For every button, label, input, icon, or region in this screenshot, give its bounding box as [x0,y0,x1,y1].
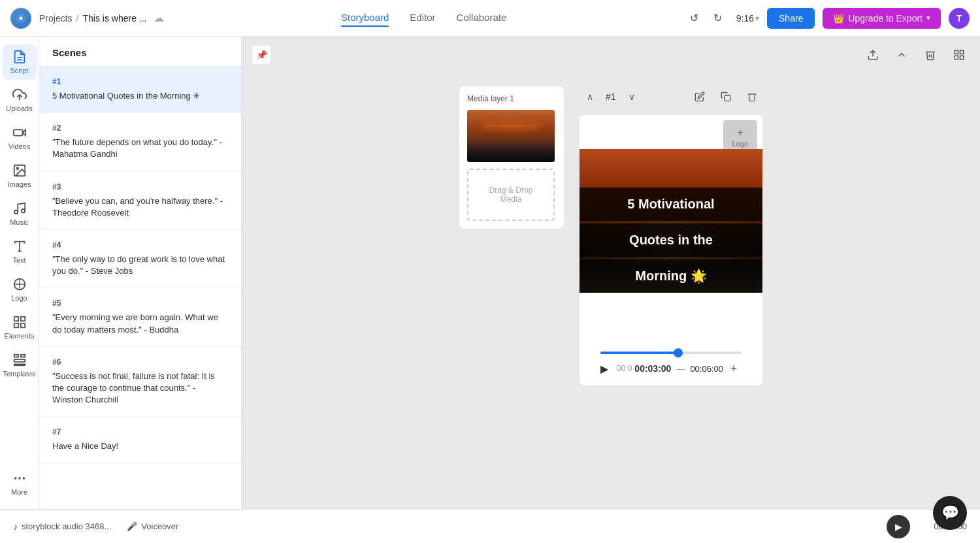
scene-item-6[interactable]: #6 "Success is not final, failure is not… [39,347,241,418]
scene-item-7[interactable]: #7 Have a Nice Day! [39,417,241,463]
tab-storyboard[interactable]: Storyboard [341,9,389,27]
quote-line2: Quotes in the [590,231,752,249]
chat-bubble[interactable]: 💬 [933,496,967,530]
breadcrumb-projects[interactable]: Projects [39,13,73,24]
quote-line1: 5 Motivational [590,195,752,213]
sidebar-item-script[interactable]: Script [3,44,37,80]
sidebar-item-uploads[interactable]: Uploads [3,82,37,118]
sidebar-text-label: Text [12,256,25,264]
drag-drop-zone[interactable]: Drag & DropMedia [467,169,555,221]
sidebar-music-label: Music [10,218,29,226]
duplicate-button[interactable] [715,86,736,107]
audio-label: storyblock audio 3468... [22,521,111,531]
sidebar-elements-label: Elements [5,332,35,340]
media-layer-title: Media layer 1 [467,94,556,103]
sidebar-item-elements[interactable]: Elements [3,310,37,345]
undo-redo-group: ↺ ↻ [684,8,728,29]
sidebar-templates-label: Templates [3,370,35,378]
scene-item-4[interactable]: #4 "The only way to do great work is to … [39,230,241,288]
sidebar-item-text[interactable]: Text [3,234,37,269]
canvas-area: 📌 [242,37,980,509]
scene-2-num: #2 [52,123,228,133]
redo-button[interactable]: ↻ [708,8,728,29]
sidebar-uploads-label: Uploads [6,105,32,112]
scene-4-num: #4 [52,240,228,250]
sidebar-script-label: Script [10,67,28,74]
play-button[interactable]: ▶ [600,359,609,378]
svg-rect-13 [14,317,18,321]
playback-controls: ▶ 00:0 00:03:00 — 00:06:00 + [600,359,742,378]
scene-item-2[interactable]: #2 "The future depends on what you do to… [39,113,241,171]
pin-icon[interactable]: 📌 [252,46,270,64]
upgrade-icon: 👑 [833,13,844,24]
align-up-button[interactable] [891,44,912,65]
chevron-down-icon: ▾ [926,14,930,22]
scene-item-5[interactable]: #5 "Every morning we are born again. Wha… [39,288,241,346]
sidebar-item-logo[interactable]: Logo [3,272,37,307]
header-actions: ↺ ↻ 9:16 ▾ Share 👑 Upgrade to Export ▾ T [684,8,970,29]
grid-view-button[interactable] [949,44,970,65]
sidebar-item-more[interactable]: More [3,466,37,501]
end-time: 00:06:00 [690,364,723,374]
share-button[interactable]: Share [767,8,815,29]
audio-item[interactable]: ♪ storyblock audio 3468... [13,521,111,532]
timeline-fill [600,352,678,354]
scene-3-num: #3 [52,182,228,191]
scene-item-3[interactable]: #3 "Believe you can, and you're halfway … [39,172,241,230]
scenes-list: #1 5 Motivational Quotes in the Morning … [39,67,241,509]
avatar[interactable]: T [949,8,970,29]
sidebar-item-images[interactable]: Images [3,158,37,193]
scene-item-1[interactable]: #1 5 Motivational Quotes in the Morning … [39,67,241,113]
mic-icon: 🎤 [127,521,137,531]
add-time-button[interactable]: + [726,361,742,376]
canvas-toolbar-left: 📌 [252,46,270,64]
upload-button[interactable] [862,44,883,65]
timeline-progress[interactable] [600,352,742,354]
sidebar-item-music[interactable]: Music [3,196,37,231]
tab-collaborate[interactable]: Collaborate [457,9,507,27]
voiceover-label: Voiceover [141,521,178,531]
sidebar-nav: Script Uploads Videos Images [0,37,39,509]
svg-rect-25 [955,50,958,54]
play-bar-button[interactable]: ▶ [887,515,910,538]
current-time: 00:03:00 [634,363,671,374]
sidebar-item-templates[interactable]: Templates [3,348,37,383]
media-thumbnail[interactable] [467,110,555,162]
scene-6-num: #6 [52,357,228,367]
scenes-header: Scenes [39,37,241,67]
scene-prev-button[interactable]: ∧ [580,86,600,107]
delete-button[interactable] [920,44,941,65]
quote-line3: Morning 🌟 [590,267,752,285]
svg-rect-18 [20,355,24,357]
tab-editor[interactable]: Editor [410,9,435,27]
voiceover-item[interactable]: 🎤 Voiceover [127,521,178,531]
svg-point-8 [14,210,18,214]
scene-next-button[interactable]: ∨ [621,86,642,107]
breadcrumb: Projects / This is where ... ☁ [39,12,164,24]
delete-scene-button[interactable] [742,86,762,107]
upgrade-button[interactable]: 👑 Upgrade to Export ▾ [823,8,941,29]
sidebar-item-videos[interactable]: Videos [3,120,37,156]
scene-preview: ∧ #1 ∨ [580,86,762,386]
scene-timeline: ▶ 00:0 00:03:00 — 00:06:00 + [580,352,762,386]
sidebar-videos-label: Videos [8,142,30,150]
scene-nav: ∧ #1 ∨ [580,86,642,107]
undo-button[interactable]: ↺ [684,8,705,29]
scene-1-num: #1 [52,77,228,86]
app-logo [10,8,31,29]
sidebar-logo-label: Logo [11,294,27,302]
time-labels: 00:0 00:03:00 — 00:06:00 + [617,361,742,376]
time-display: 9:16 ▾ [736,13,759,24]
scene-7-num: #7 [52,427,228,436]
svg-rect-26 [960,50,964,54]
scene-7-text: Have a Nice Day! [52,440,228,452]
main-content: Script Uploads Videos Images [0,37,980,509]
edit-button[interactable] [689,86,710,107]
scene-2-text: "The future depends on what you do today… [52,137,228,160]
canvas-toolbar-right [862,44,970,65]
scene-1-text: 5 Motivational Quotes in the Morning ✳ [52,90,228,102]
media-thumbnail-image [467,110,555,162]
svg-rect-20 [14,364,25,365]
preview-image[interactable]: 5 Motivational Quotes in the Morning 🌟 [580,149,762,293]
quote-banner-2: Quotes in the [580,223,762,257]
